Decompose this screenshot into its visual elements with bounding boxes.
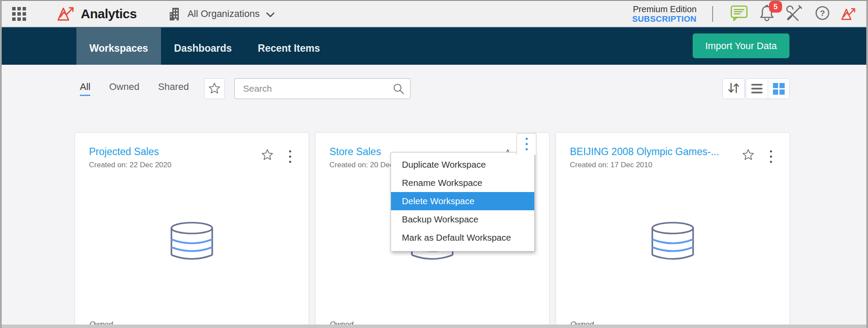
card-header: BEIJING 2008 Olympic Games-... Created o… <box>556 133 789 169</box>
list-view-icon <box>751 84 763 93</box>
menu-item-mark-as-default-workspace[interactable]: Mark as Default Workspace <box>391 229 534 247</box>
horizontal-scrollbar[interactable] <box>2 325 866 328</box>
search-box <box>234 78 411 99</box>
chat-icon <box>730 5 748 23</box>
workspace-title-link[interactable]: BEIJING 2008 Olympic Games-... <box>570 146 737 158</box>
tools-icon <box>786 4 804 23</box>
help-button[interactable]: ? <box>814 5 831 23</box>
svg-text:?: ? <box>820 9 825 18</box>
menu-item-rename-workspace[interactable]: Rename Workspace <box>391 174 534 192</box>
workspace-created-date: Created on: 17 Dec 2010 <box>570 161 737 169</box>
subscription-link[interactable]: SUBSCRIPTION <box>632 14 697 24</box>
nav-tabs: Workspaces Dashboards Recent Items <box>76 28 333 65</box>
tab-workspaces[interactable]: Workspaces <box>76 28 161 65</box>
filter-tab-all[interactable]: All <box>80 81 90 96</box>
menu-item-backup-workspace[interactable]: Backup Workspace <box>391 210 534 229</box>
notifications-button[interactable]: 5 <box>759 4 775 23</box>
workspace-title-link[interactable]: Projected Sales <box>89 146 256 158</box>
tab-recent-items[interactable]: Recent Items <box>245 28 333 65</box>
list-view-button[interactable] <box>746 79 768 99</box>
filter-bar: All Owned Shared <box>2 78 866 99</box>
menu-item-duplicate-workspace[interactable]: Duplicate Workspace <box>391 156 534 174</box>
menu-item-delete-workspace[interactable]: Delete Workspace <box>391 192 534 210</box>
zoho-analytics-brand-icon <box>841 7 858 21</box>
grid-view-button[interactable] <box>768 79 790 99</box>
import-your-data-button[interactable]: Import Your Data <box>693 33 789 58</box>
filter-tab-owned[interactable]: Owned <box>109 81 139 96</box>
workspace-card-projected-sales: Projected Sales Created on: 22 Dec 2020 <box>75 133 309 328</box>
star-icon <box>208 82 220 96</box>
topbar-divider <box>712 6 713 22</box>
feedback-chat-button[interactable] <box>730 5 748 23</box>
main-navbar: Workspaces Dashboards Recent Items Impor… <box>2 27 866 65</box>
help-icon: ? <box>814 5 831 23</box>
building-icon <box>169 7 181 20</box>
tab-dashboards[interactable]: Dashboards <box>161 28 245 65</box>
card-header: Projected Sales Created on: 22 Dec 2020 <box>75 133 309 169</box>
analytics-app-window: Analytics All Organizations <box>0 0 868 328</box>
app-title: Analytics <box>81 7 137 21</box>
sort-arrows-icon <box>727 82 740 96</box>
settings-tools-button[interactable] <box>786 4 804 23</box>
analytics-logo[interactable]: Analytics <box>57 6 137 22</box>
grid-view-icon <box>773 83 785 95</box>
notification-count-badge: 5 <box>769 1 782 13</box>
favorite-star-button[interactable] <box>742 149 754 162</box>
chevron-down-icon <box>266 12 275 18</box>
edition-info: Premium Edition SUBSCRIPTION <box>632 4 697 24</box>
database-icon <box>169 222 214 265</box>
favorite-star-button[interactable] <box>261 149 273 162</box>
workspace-context-menu: Duplicate Workspace Rename Workspace Del… <box>391 152 535 252</box>
search-input[interactable] <box>234 78 411 99</box>
edition-label: Premium Edition <box>632 4 697 14</box>
workspace-created-date: Created on: 22 Dec 2020 <box>89 161 256 169</box>
app-launcher-icon[interactable] <box>12 7 26 21</box>
organization-selector[interactable]: All Organizations <box>169 7 275 20</box>
more-options-button-active[interactable] <box>516 133 536 155</box>
more-options-button[interactable] <box>766 147 776 166</box>
sort-button[interactable] <box>722 78 745 99</box>
analytics-logo-icon <box>57 6 76 22</box>
workspace-card-beijing-2008: BEIJING 2008 Olympic Games-... Created o… <box>556 133 790 328</box>
ownership-filter-tabs: All Owned Shared <box>80 78 189 99</box>
view-toggle <box>746 78 790 99</box>
favorites-filter-button[interactable] <box>204 78 225 99</box>
topbar-right-group: Premium Edition SUBSCRIPTION <box>632 4 858 24</box>
filter-tab-shared[interactable]: Shared <box>158 81 189 96</box>
organization-selector-label: All Organizations <box>187 8 260 20</box>
more-options-button[interactable] <box>285 147 296 166</box>
topbar: Analytics All Organizations <box>2 1 866 27</box>
database-icon <box>650 222 695 265</box>
